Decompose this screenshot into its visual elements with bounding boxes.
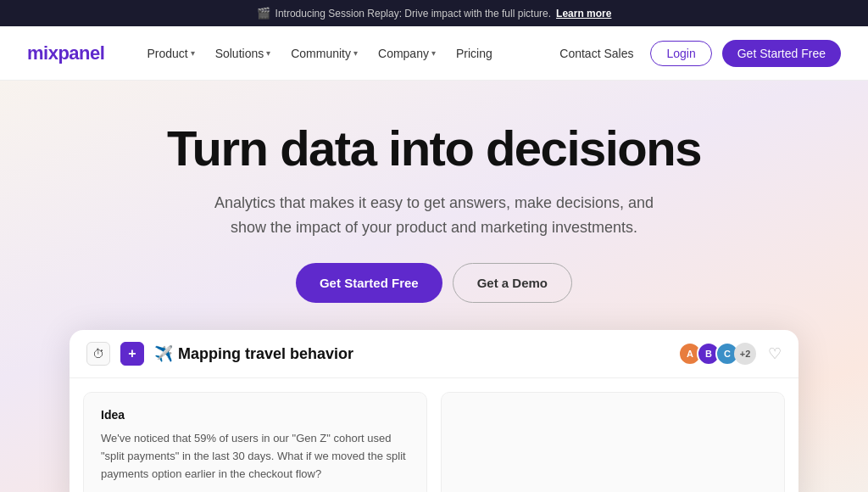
nav-item-product[interactable]: Product ▾ [138,42,203,65]
announcement-bar: 🎬 Introducing Session Replay: Drive impa… [0,0,868,26]
dashboard-preview: ⏱ + ✈️Mapping travel behavior A B C +2 ♡… [70,330,798,492]
get-started-hero-button[interactable]: Get Started Free [296,263,442,303]
chevron-down-icon: ▾ [266,48,270,58]
chevron-down-icon: ▾ [353,48,358,58]
travel-icon: ✈️ [154,345,173,362]
chevron-down-icon: ▾ [431,48,436,58]
hero-subtitle: Analytics that makes it easy to get answ… [197,191,671,240]
fire-icon: 🎬 [257,7,270,20]
nav-item-solutions[interactable]: Solutions ▾ [207,42,280,65]
hero-cta: Get Started Free Get a Demo [296,263,572,303]
hero-section: Turn data into decisions Analytics that … [0,81,868,492]
dashboard-header: ⏱ + ✈️Mapping travel behavior A B C +2 ♡ [70,330,798,378]
idea-card-title: Idea [101,408,409,422]
idea-card-text: We've noticed that 59% of users in our "… [101,430,409,483]
empty-card [441,392,785,492]
dashboard-body: Idea We've noticed that 59% of users in … [70,378,798,492]
chevron-down-icon: ▾ [191,48,195,58]
heart-icon[interactable]: ♡ [768,344,782,363]
nav-item-company[interactable]: Company ▾ [370,42,444,65]
get-started-nav-button[interactable]: Get Started Free [722,40,841,67]
contact-sales-link[interactable]: Contact Sales [553,42,640,65]
add-icon-btn[interactable]: + [120,342,144,366]
dashboard-right-actions: A B C +2 ♡ [678,342,782,366]
nav-item-pricing[interactable]: Pricing [448,42,501,65]
avatar-count: +2 [734,343,756,365]
announcement-text: Introducing Session Replay: Drive impact… [275,8,551,20]
navbar: mixpanel Product ▾ Solutions ▾ Community… [0,26,868,81]
announcement-link[interactable]: Learn more [556,8,611,20]
hero-title: Turn data into decisions [167,121,701,176]
login-button[interactable]: Login [650,41,711,66]
clock-icon-btn[interactable]: ⏱ [86,342,110,366]
get-demo-button[interactable]: Get a Demo [453,263,572,303]
idea-card: Idea We've noticed that 59% of users in … [83,392,427,492]
dashboard-title: ✈️Mapping travel behavior [154,344,668,363]
nav-item-community[interactable]: Community ▾ [282,42,366,65]
avatar-group: A B C +2 [678,342,756,366]
logo[interactable]: mixpanel [27,42,104,64]
nav-right: Contact Sales Login Get Started Free [553,40,841,67]
nav-links: Product ▾ Solutions ▾ Community ▾ Compan… [138,42,553,65]
